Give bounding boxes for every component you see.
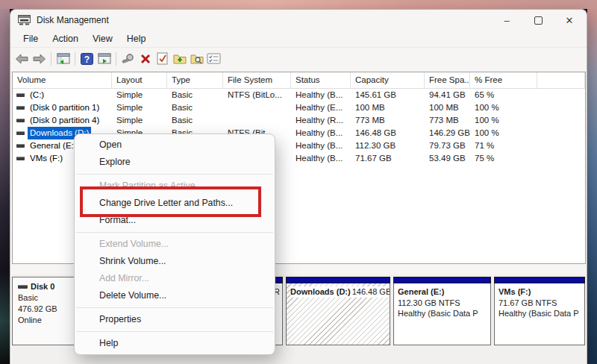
volume-name[interactable]: (Disk 0 partition 1) xyxy=(28,101,101,114)
column-header-free[interactable]: Free Spa... xyxy=(425,72,470,88)
back-icon[interactable] xyxy=(13,51,31,67)
partition-downloads[interactable]: Downloads (D:)146.48 GB NTFS (BitLoHealt… xyxy=(286,277,390,345)
volume-disk-icon xyxy=(16,131,25,135)
delete-icon[interactable] xyxy=(137,51,154,67)
disk0-status: Online xyxy=(18,315,78,326)
disk0-label-panel[interactable]: Disk 0 Basic 476.92 GB Online xyxy=(12,277,79,345)
partition-color-bar xyxy=(393,277,491,283)
menu-separator xyxy=(76,331,273,332)
table-row[interactable]: (C:)SimpleBasicNTFS (BitLo...Healthy (B.… xyxy=(13,89,585,101)
menu-separator xyxy=(76,174,273,175)
cell-status: Healthy (E... xyxy=(291,101,351,114)
menu-separator xyxy=(76,307,273,308)
menu-help[interactable]: Help xyxy=(120,32,154,46)
partition-vms[interactable]: VMs (F:)71.67 GB NTFSHealthy (Basic Data… xyxy=(494,277,585,345)
menu-view[interactable]: View xyxy=(86,32,120,46)
volume-disk-icon xyxy=(16,157,25,160)
cell-fs: NTFS (BitLo... xyxy=(223,89,291,101)
desktop-wallpaper-top xyxy=(0,0,597,9)
table-row[interactable]: (Disk 0 partition 4)SimpleBasicHealthy (… xyxy=(13,114,585,127)
rescan-tool-icon[interactable] xyxy=(119,51,137,67)
forward-icon[interactable] xyxy=(31,51,48,67)
menu-separator xyxy=(76,232,273,233)
toolbar-separator xyxy=(116,52,116,66)
maximize-button[interactable] xyxy=(522,10,554,31)
cell-free: 94.41 GB xyxy=(425,89,470,101)
context-menu-item-add-mirror[interactable]: Add Mirror... xyxy=(75,270,275,287)
partition-color-bar xyxy=(494,277,585,283)
column-header-capacity[interactable]: Capacity xyxy=(351,72,425,88)
svg-text:?: ? xyxy=(84,54,90,64)
column-header-status[interactable]: Status xyxy=(291,72,351,88)
properties-list-icon[interactable] xyxy=(205,51,222,67)
disk0-name: Disk 0 xyxy=(31,281,54,292)
partition-general[interactable]: General (E:)112.30 GB NTFSHealthy (Basic… xyxy=(393,277,491,345)
partition-label-area: Downloads (D:)146.48 GB NTFS (BitLoHealt… xyxy=(286,283,390,345)
console-tree-icon[interactable] xyxy=(54,51,72,67)
cell-free: 146.29 GB xyxy=(425,127,470,139)
column-header-fs[interactable]: File System xyxy=(223,72,291,88)
column-header-layout[interactable]: Layout xyxy=(112,72,167,88)
cell-status: Healthy (B... xyxy=(291,139,351,152)
menu-file[interactable]: File xyxy=(16,32,46,46)
help-icon[interactable]: ? xyxy=(78,51,96,67)
folder-open-icon[interactable] xyxy=(171,51,188,67)
desktop-wallpaper-right xyxy=(587,9,597,364)
volume-name[interactable]: (Disk 0 partition 4) xyxy=(28,114,101,127)
title-bar[interactable]: Disk Management – ✕ xyxy=(10,10,587,31)
context-menu-item-delete-volume[interactable]: Delete Volume... xyxy=(75,287,275,304)
partition-color-bar xyxy=(286,277,390,283)
column-header-empty xyxy=(537,72,585,88)
partition-label-area: VMs (F:)71.67 GB NTFSHealthy (Basic Data… xyxy=(494,283,585,345)
folder-explore-icon[interactable] xyxy=(188,51,205,67)
cell-capacity: 100 MB xyxy=(351,101,425,114)
volume-name[interactable]: VMs (F:) xyxy=(28,152,65,165)
context-menu: OpenExploreMark Partition as ActiveChang… xyxy=(74,134,275,355)
cell-status: Healthy (B... xyxy=(291,127,351,139)
cell-free: 79.73 GB xyxy=(425,139,470,152)
cell-pct: 100 % xyxy=(470,127,537,139)
volume-name[interactable]: (C:) xyxy=(28,89,46,101)
partition-text-line: Healthy (Basic Data P xyxy=(498,308,584,319)
toolbar-separator xyxy=(51,52,51,66)
cell-status: Healthy (B... xyxy=(291,152,351,165)
cell-pct: 75 % xyxy=(470,152,537,165)
cell-capacity: 71.67 GB xyxy=(351,152,425,165)
maximize-icon xyxy=(534,16,543,25)
context-menu-item-help[interactable]: Help xyxy=(75,335,275,352)
cell-capacity: 145.61 GB xyxy=(351,89,425,101)
column-header-pct[interactable]: % Free xyxy=(470,72,537,88)
column-header-type[interactable]: Type xyxy=(167,72,223,88)
partition-text-line: 146.48 GB NTFS (BitLo xyxy=(352,286,390,298)
desktop-wallpaper-left xyxy=(0,9,10,364)
volume-disk-icon xyxy=(16,119,25,122)
disk0-size: 476.92 GB xyxy=(18,304,78,315)
partition-label-area: General (E:)112.30 GB NTFSHealthy (Basic… xyxy=(393,283,491,345)
context-menu-item-open[interactable]: Open xyxy=(75,136,275,154)
check-document-icon[interactable] xyxy=(154,51,171,67)
volume-name[interactable]: General (E:) xyxy=(28,139,79,152)
column-header-volume[interactable]: Volume xyxy=(13,72,112,88)
toolbar-separator xyxy=(75,52,75,66)
cell-fs xyxy=(223,114,291,127)
partition-text-line: Downloads (D:) xyxy=(290,286,352,298)
table-row[interactable]: (Disk 0 partition 1)SimpleBasicHealthy (… xyxy=(13,101,585,114)
partition-text-line: 71.67 GB NTFS xyxy=(498,298,584,309)
context-menu-item-extend-volume[interactable]: Extend Volume... xyxy=(75,236,275,253)
menu-action[interactable]: Action xyxy=(46,32,86,46)
disk0-type: Basic xyxy=(18,292,78,304)
cell-pct: 71 % xyxy=(470,139,537,152)
cell-status: Healthy (R... xyxy=(291,114,351,127)
close-button[interactable]: ✕ xyxy=(554,10,585,31)
partition-text-line: 112.30 GB NTFS xyxy=(398,298,490,309)
context-menu-item-explore[interactable]: Explore xyxy=(75,154,275,171)
cell-layout: Simple xyxy=(112,114,167,127)
cell-free: 100 MB xyxy=(425,101,470,114)
context-menu-item-shrink-volume[interactable]: Shrink Volume... xyxy=(75,253,275,270)
minimize-button[interactable]: – xyxy=(491,10,522,31)
volume-disk-icon xyxy=(16,93,25,97)
disk-icon xyxy=(18,285,28,289)
context-menu-item-properties[interactable]: Properties xyxy=(75,311,275,328)
cell-capacity: 112.30 GB xyxy=(351,139,425,152)
action-pane-icon[interactable] xyxy=(96,51,113,67)
